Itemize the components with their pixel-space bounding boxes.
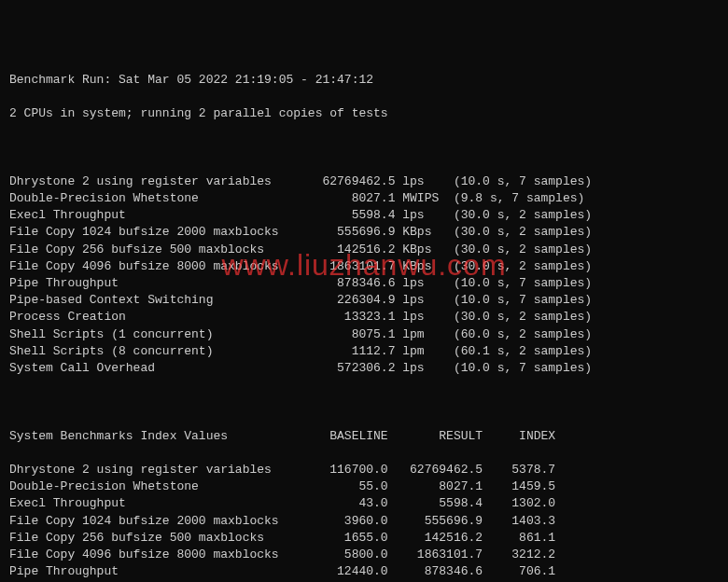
index-row: Pipe Throughput 12440.0 878346.6 706.1 [9,563,719,580]
test-row: Pipe-based Context Switching 226304.9 lp… [9,292,719,309]
blank-line [9,140,719,157]
test-row: Dhrystone 2 using register variables 627… [9,173,719,190]
test-row: Process Creation 13323.1 lps (30.0 s, 2 … [9,309,719,326]
test-row: Shell Scripts (1 concurrent) 8075.1 lpm … [9,326,719,343]
test-row: Double-Precision Whetstone 8027.1 MWIPS … [9,190,719,207]
test-row: Execl Throughput 5598.4 lps (30.0 s, 2 s… [9,207,719,224]
index-row: File Copy 4096 bufsize 8000 maxblocks 58… [9,547,719,563]
test-row: Shell Scripts (8 concurrent) 1112.7 lpm … [9,343,719,360]
test-row: File Copy 1024 bufsize 2000 maxblocks 55… [9,224,719,241]
index-row: File Copy 256 bufsize 500 maxblocks 1655… [9,530,719,547]
blank-line [9,394,719,410]
test-row: File Copy 4096 bufsize 8000 maxblocks 18… [9,258,719,275]
index-row: Double-Precision Whetstone 55.0 8027.1 1… [9,478,719,495]
header-line-1: Benchmark Run: Sat Mar 05 2022 21:19:05 … [9,72,719,89]
test-row: Pipe Throughput 878346.6 lps (10.0 s, 7 … [9,275,719,292]
index-table-header: System Benchmarks Index Values BASELINE … [9,428,719,445]
test-row: File Copy 256 bufsize 500 maxblocks 1425… [9,242,719,258]
index-table-rows: Dhrystone 2 using register variables 116… [9,462,719,582]
index-row: Dhrystone 2 using register variables 116… [9,462,719,478]
benchmark-tests: Dhrystone 2 using register variables 627… [9,173,719,377]
index-row: Execl Throughput 43.0 5598.4 1302.0 [9,495,719,512]
index-row: File Copy 1024 bufsize 2000 maxblocks 39… [9,513,719,530]
header-line-2: 2 CPUs in system; running 2 parallel cop… [9,105,719,122]
test-row: System Call Overhead 572306.2 lps (10.0 … [9,360,719,377]
